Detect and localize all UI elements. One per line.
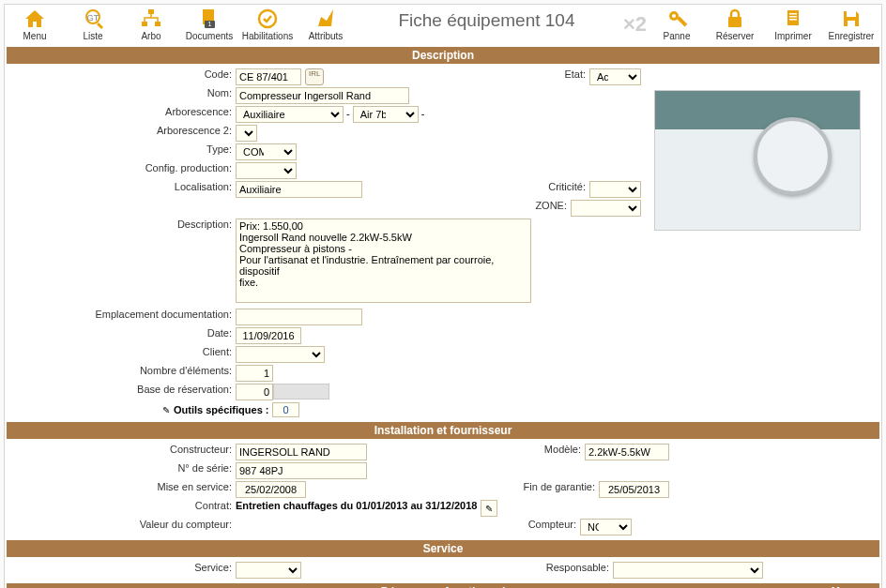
documents-button[interactable]: 1Documents (185, 7, 234, 41)
label-outils: Outils spécifiques : (174, 404, 268, 415)
svg-rect-13 (728, 17, 741, 27)
service-select[interactable] (236, 562, 301, 579)
label-base-reserv: Base de réservation: (10, 384, 236, 400)
svg-rect-19 (848, 21, 855, 26)
arborescence-select-1[interactable]: Auxiliaire (236, 106, 344, 123)
svg-rect-4 (142, 22, 147, 26)
svg-rect-14 (787, 10, 799, 25)
label-fin-garantie: Fin de garantie: (505, 481, 599, 498)
label-contrat: Contrat: (10, 500, 236, 517)
label-etat: Etat: (383, 68, 589, 85)
habil-icon (253, 7, 282, 31)
toolbar-label: Menu (23, 31, 46, 41)
toolbar-label: Attributs (309, 31, 344, 41)
svg-text:1: 1 (208, 21, 212, 27)
reserver-icon (721, 7, 749, 31)
svg-rect-15 (789, 13, 797, 15)
arborescence-select-2[interactable]: Air 7bar (353, 106, 419, 123)
enregistrer-button[interactable]: Enregistrer (827, 7, 876, 41)
svg-line-1 (98, 23, 102, 28)
svg-rect-18 (847, 11, 856, 17)
label-valeur-compteur: Valeur du compteur: (10, 519, 236, 535)
label-compteur: Compteur: (505, 519, 580, 535)
etat-select[interactable]: Actif (589, 68, 641, 85)
toolbar-label: Réserver (716, 31, 755, 41)
emplacement-doc-input[interactable] (236, 309, 362, 325)
attrib-icon (312, 7, 340, 31)
contrat-edit-icon[interactable]: ✎ (481, 500, 497, 517)
duplicate-indicator: ×2 (623, 7, 652, 37)
config-prod-select[interactable] (236, 162, 297, 179)
responsable-select[interactable] (613, 562, 763, 579)
svg-text:GT: GT (87, 13, 99, 23)
label-responsable: Responsable: (528, 562, 613, 579)
label-constructeur: Constructeur: (10, 444, 236, 460)
section-decoupage[interactable]: Découpage fonctionnel ▲ Masquer (7, 583, 879, 588)
section-installation: Installation et fournisseur (7, 422, 879, 439)
localisation-input[interactable] (236, 181, 362, 198)
svg-point-12 (672, 14, 676, 18)
arbo-button[interactable]: Arbo (127, 7, 176, 41)
compteur-select[interactable]: NON (580, 519, 632, 535)
label-arborescence: Arborescence: (10, 106, 236, 123)
tree-icon (137, 7, 165, 31)
base-reserv-unit (273, 384, 329, 400)
label-type: Type: (10, 143, 236, 160)
reserver-button[interactable]: Réserver (710, 7, 759, 41)
criticite-select[interactable] (589, 181, 641, 198)
imprimer-button[interactable]: Imprimer (769, 7, 817, 41)
base-reserv-input[interactable] (236, 384, 273, 400)
fin-garantie-input[interactable] (599, 481, 669, 498)
label-date: Date: (10, 327, 236, 344)
toolbar-label: Enregistrer (829, 31, 875, 41)
svg-rect-3 (148, 9, 154, 14)
constructeur-input[interactable] (236, 444, 367, 460)
label-modele: Modèle: (519, 444, 585, 460)
toolbar-label: Imprimer (774, 31, 811, 41)
type-select[interactable]: COMP (236, 143, 297, 160)
label-mise-service: Mise en service: (10, 481, 236, 498)
habilitations-button[interactable]: Habilitations (243, 7, 292, 41)
svg-rect-11 (677, 16, 687, 26)
imprimer-icon (779, 7, 807, 31)
zone-select[interactable] (571, 200, 641, 217)
contrat-text: Entretien chauffages du 01/01/2013 au 31… (236, 500, 477, 517)
menu-button[interactable]: Menu (10, 7, 59, 41)
nom-input[interactable] (236, 87, 409, 104)
save-icon (837, 7, 865, 31)
toolbar: MenuGTListeArbo1DocumentsHabilitationsAt… (7, 5, 879, 43)
nserie-input[interactable] (236, 462, 367, 479)
nb-elements-input[interactable] (236, 365, 273, 382)
section-service: Service (7, 540, 879, 557)
section-description: Description (7, 47, 879, 64)
attributs-button[interactable]: Attributs (301, 7, 350, 41)
toolbar-label: Arbo (141, 31, 160, 41)
arborescence2-select[interactable] (236, 125, 257, 142)
panne-button[interactable]: Panne (652, 7, 701, 41)
label-criticite: Criticité: (402, 181, 589, 198)
label-code: Code: (10, 68, 236, 85)
equipment-photo (654, 90, 861, 231)
label-localisation: Localisation: (10, 181, 236, 198)
panne-icon (663, 7, 691, 31)
pencil-icon[interactable]: ✎ (162, 405, 170, 415)
svg-rect-16 (789, 16, 797, 18)
label-client: Client: (10, 346, 236, 363)
page-title: Fiche équipement 104 (398, 7, 574, 31)
label-zone: ZONE: (383, 200, 571, 217)
toolbar-label: Habilitations (242, 31, 293, 41)
liste-button[interactable]: GTListe (69, 7, 117, 41)
code-input[interactable] (236, 68, 301, 85)
toolbar-label: Panne (664, 31, 691, 41)
doc-icon: 1 (195, 7, 223, 31)
modele-input[interactable] (585, 444, 669, 460)
client-select[interactable] (236, 346, 325, 363)
label-nom: Nom: (10, 87, 236, 104)
date-input[interactable] (236, 327, 301, 344)
description-textarea[interactable] (236, 219, 531, 303)
toolbar-label: Liste (83, 31, 102, 41)
outils-count[interactable]: 0 (272, 402, 298, 417)
mise-service-input[interactable] (236, 481, 306, 498)
toolbar-label: Documents (186, 31, 234, 41)
svg-rect-17 (789, 19, 797, 21)
